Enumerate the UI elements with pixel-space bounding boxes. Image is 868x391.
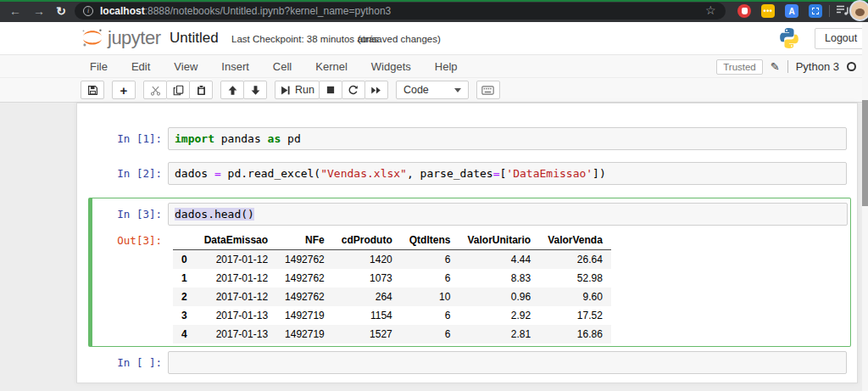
step-forward-icon (280, 85, 291, 96)
table-cell: 17.52 (539, 306, 611, 325)
cell-type-dropdown[interactable]: Code (396, 81, 469, 99)
jupyter-logo[interactable]: jupyter (81, 26, 161, 49)
address-bar[interactable]: i localhost:8888/notebooks/Untitled.ipyn… (75, 3, 726, 20)
cell-3-input-row[interactable]: In [3]: dados.head() (92, 203, 850, 226)
menu-items: FileEditViewInsertCellKernelWidgetsHelp (78, 55, 470, 78)
cell-3-output-row: Out[3]: DataEmissaoNFecdProdutoQtdItensV… (92, 229, 850, 344)
menu-item-kernel[interactable]: Kernel (303, 55, 359, 78)
add-cell-button[interactable]: + (112, 81, 136, 99)
input-prompt: In [3]: (92, 203, 168, 226)
table-cell: 6 (401, 269, 459, 288)
python-logo-icon (778, 27, 800, 49)
interrupt-kernel-button[interactable] (319, 81, 342, 99)
empty-code-cell[interactable]: In [ ]: (77, 351, 857, 374)
translate-extension-icon[interactable]: A (785, 4, 798, 18)
table-header (173, 231, 196, 250)
paste-cell-button[interactable] (189, 81, 213, 99)
kernel-name[interactable]: Python 3 (796, 60, 839, 73)
menu-item-edit[interactable]: Edit (120, 55, 162, 78)
code-input[interactable]: dados = pd.read_excel("Vendas.xlsx", par… (168, 162, 847, 185)
menu-item-cell[interactable]: Cell (261, 55, 303, 78)
cut-cell-button[interactable] (143, 81, 167, 99)
table-cell: 16.86 (539, 325, 611, 344)
menubar: FileEditViewInsertCellKernelWidgetsHelp … (0, 54, 868, 78)
copy-icon (173, 85, 184, 96)
fast-forward-icon (370, 85, 381, 96)
input-prompt: In [2]: (77, 162, 168, 185)
window-top-strip (0, 0, 868, 2)
table-cell: 4.44 (459, 250, 539, 270)
table-row: 22017-01-121492762264100.969.60 (173, 288, 611, 306)
browser-reload-icon[interactable]: ↻ (53, 3, 70, 20)
table-cell: 8.83 (459, 269, 539, 288)
arrow-up-icon (227, 85, 238, 96)
table-cell: 10 (401, 288, 459, 306)
table-header: ValorVenda (539, 231, 611, 250)
notebook-header: jupyter Untitled Last Checkpoint: 38 min… (0, 22, 868, 54)
cell-type-value: Code (403, 84, 429, 96)
code-input[interactable]: import pandas as pd (168, 127, 847, 150)
output-prompt: Out[3]: (92, 229, 168, 344)
notebook-title[interactable]: Untitled (170, 30, 219, 47)
code-input[interactable] (168, 351, 847, 374)
table-cell: 1492762 (276, 250, 333, 270)
restart-kernel-button[interactable] (342, 81, 365, 99)
menu-item-help[interactable]: Help (423, 55, 470, 78)
scrollbar-thumb[interactable] (862, 100, 868, 206)
playlist-icon[interactable] (836, 4, 849, 16)
table-cell: 1492719 (276, 306, 333, 325)
stop-icon (326, 85, 336, 95)
code-cell-2[interactable]: In [2]: dados = pd.read_excel("Vendas.xl… (77, 162, 857, 185)
move-cell-up-button[interactable] (220, 81, 244, 99)
notebook-site: In [1]: import pandas as pd In [2]: dado… (0, 103, 868, 391)
table-cell: 6 (401, 306, 459, 325)
input-prompt: In [ ]: (77, 351, 168, 374)
code-cell-3-selected[interactable]: In [3]: dados.head() Out[3]: DataEmissao… (88, 198, 851, 347)
table-cell: 9.60 (539, 288, 611, 306)
code-cell-1[interactable]: In [1]: import pandas as pd (77, 127, 857, 150)
menu-item-file[interactable]: File (78, 55, 120, 78)
logout-button[interactable]: Logout (815, 28, 867, 49)
restart-run-all-button[interactable] (364, 81, 388, 99)
table-cell: 2017-01-13 (196, 325, 276, 344)
url-path: :8888/notebooks/Untitled.ipynb?kernel_na… (145, 5, 392, 17)
browser-profile-avatar[interactable] (851, 2, 868, 20)
menu-divider (787, 60, 788, 73)
table-cell: 6 (401, 250, 459, 270)
paste-icon (196, 85, 207, 96)
jupyter-logo-text: jupyter (108, 27, 161, 49)
move-cell-down-button[interactable] (243, 81, 267, 99)
copy-cell-button[interactable] (166, 81, 190, 99)
scrollbar-track[interactable] (862, 22, 868, 391)
browser-forward-icon[interactable]: → (31, 3, 47, 20)
table-cell: 1492762 (276, 288, 333, 306)
browser-back-icon[interactable]: ← (7, 3, 24, 20)
bookmark-star-icon[interactable]: ☆ (705, 3, 716, 17)
menu-item-view[interactable]: View (162, 55, 209, 78)
table-cell: 2017-01-13 (196, 306, 276, 325)
save-button[interactable] (81, 81, 104, 99)
table-cell: 6 (401, 325, 459, 344)
refresh-icon (348, 85, 359, 96)
table-cell: 26.64 (539, 250, 611, 270)
screenshot-extension-icon[interactable] (809, 4, 822, 18)
adblock-extension-icon[interactable] (737, 4, 751, 18)
menu-item-insert[interactable]: Insert (209, 55, 261, 78)
edit-title-pencil-icon[interactable]: ✎ (771, 60, 780, 73)
row-index: 3 (173, 306, 196, 325)
run-cell-button[interactable]: Run (275, 81, 320, 99)
table-cell: 1420 (333, 250, 401, 270)
code-input[interactable]: dados.head() (168, 203, 848, 226)
table-cell: 0.96 (459, 288, 539, 306)
trusted-badge[interactable]: Trusted (716, 59, 763, 75)
site-info-icon[interactable]: i (83, 6, 93, 16)
extension-yellow-icon[interactable]: ••• (761, 4, 775, 18)
output-area: DataEmissaoNFecdProdutoQtdItensValorUnit… (168, 229, 850, 344)
table-header: cdProduto (333, 231, 401, 250)
browser-toolbar: ← → ↻ i localhost:8888/notebooks/Untitle… (0, 0, 868, 22)
menu-item-widgets[interactable]: Widgets (359, 55, 423, 78)
table-cell: 1154 (333, 306, 401, 325)
table-cell: 1527 (333, 325, 401, 344)
command-palette-button[interactable] (476, 81, 500, 99)
url-text: localhost:8888/notebooks/Untitled.ipynb?… (100, 5, 391, 17)
